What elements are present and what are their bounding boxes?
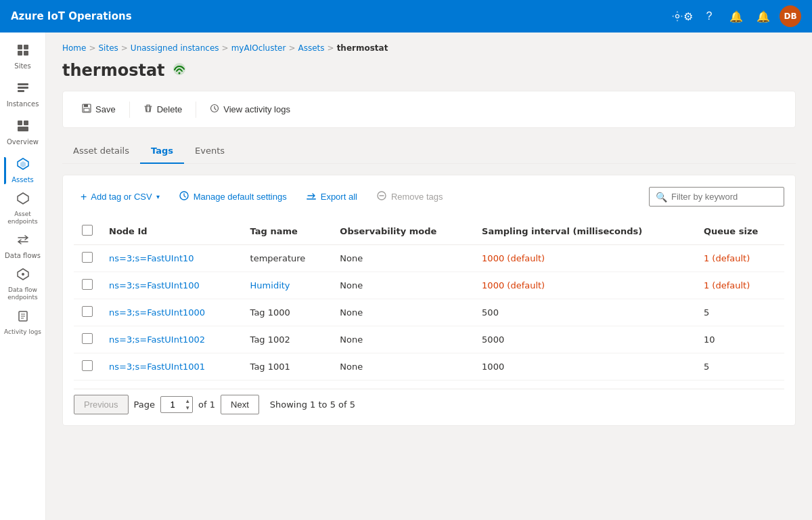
asset-endpoints-icon (16, 192, 30, 208)
row-observability-mode: None (332, 245, 474, 272)
svg-rect-4 (18, 83, 28, 85)
assets-icon (16, 157, 30, 173)
sidebar-item-sites-label: Sites (14, 62, 30, 70)
svg-rect-3 (24, 51, 28, 56)
select-all-checkbox[interactable] (82, 225, 93, 236)
row-checkbox-2[interactable] (82, 306, 93, 317)
remove-tags-button[interactable]: Remove tags (369, 186, 450, 207)
node-id-link[interactable]: ns=3;s=FastUInt1001 (109, 362, 205, 372)
row-tag-name: temperature (242, 245, 332, 272)
row-checkbox-cell (74, 299, 101, 326)
notifications-button[interactable]: 🔔 (725, 5, 747, 27)
sidebar-item-data-flow-endpoints[interactable]: Data flow endpoints (4, 265, 42, 303)
add-tag-button[interactable]: + Add tag or CSV ▾ (74, 187, 166, 207)
breadcrumb-unassigned-instances[interactable]: Unassigned instances (131, 43, 219, 53)
activity-logs-btn-icon (210, 104, 219, 115)
row-checkbox-3[interactable] (82, 333, 93, 344)
breadcrumb-current: thermostat (337, 43, 388, 53)
node-id-link[interactable]: ns=3;s=FastUInt1002 (109, 334, 205, 345)
tab-tags[interactable]: Tags (140, 139, 184, 164)
delete-button[interactable]: Delete (135, 100, 191, 119)
sidebar-item-data-flows[interactable]: Data flows (4, 228, 42, 265)
table-row: ns=3;s=FastUInt100 Humidity None 1000 (d… (74, 272, 784, 299)
view-activity-logs-button[interactable]: View activity logs (202, 100, 298, 119)
breadcrumb-home[interactable]: Home (62, 43, 86, 53)
sites-icon (16, 43, 30, 60)
help-button[interactable]: ? (698, 5, 720, 27)
row-sampling-interval: 500 (474, 299, 696, 326)
col-node-id: Node Id (101, 218, 242, 245)
row-queue-size: 5 (696, 299, 784, 326)
table-row: ns=3;s=FastUInt10 temperature None 1000 … (74, 245, 784, 272)
svg-rect-2 (18, 51, 22, 56)
tabs: Asset details Tags Events (62, 139, 796, 164)
user-avatar[interactable]: DB (780, 5, 801, 27)
table-row: ns=3;s=FastUInt1000 Tag 1000 None 500 5 (74, 299, 784, 326)
manage-settings-icon (179, 190, 189, 203)
data-table: Node Id Tag name Observability mode Samp… (74, 218, 784, 381)
main-layout: Sites Instances Overview (0, 32, 812, 520)
svg-rect-6 (18, 90, 24, 92)
sidebar-item-overview[interactable]: Overview (4, 114, 42, 152)
page-label: Page (134, 399, 155, 410)
row-observability-mode: None (332, 299, 474, 326)
svg-point-14 (22, 273, 24, 276)
chevron-down-icon: ▾ (156, 193, 160, 200)
tab-events[interactable]: Events (184, 139, 235, 164)
col-sampling-interval: Sampling interval (milliseconds) (474, 218, 696, 245)
sidebar-item-sites[interactable]: Sites (4, 38, 42, 76)
row-queue-size: 5 (696, 353, 784, 381)
tag-name-link[interactable]: Humidity (250, 280, 290, 290)
col-observability-mode: Observability mode (332, 218, 474, 245)
sidebar-item-activity-logs-label: Activity logs (4, 328, 41, 336)
page-title-row: thermostat (62, 61, 796, 80)
toolbar-card: Save Delete View activi (62, 91, 796, 128)
toolbar-divider-2 (196, 102, 196, 118)
row-node-id: ns=3;s=FastUInt100 (101, 272, 242, 299)
page-title: thermostat (62, 61, 165, 80)
settings-button[interactable]: ⚙ (671, 5, 693, 27)
tag-name-value: Tag 1002 (250, 334, 290, 345)
node-id-link[interactable]: ns=3;s=FastUInt10 (109, 253, 194, 263)
row-checkbox-4[interactable] (82, 360, 93, 371)
row-tag-name: Tag 1001 (242, 353, 332, 381)
node-id-link[interactable]: ns=3;s=FastUInt1000 (109, 307, 205, 318)
row-sampling-interval: 5000 (474, 326, 696, 353)
tag-name-value: temperature (250, 253, 306, 263)
sidebar-item-asset-endpoints-label: Asset endpoints (4, 211, 42, 225)
row-sampling-interval: 1000 (default) (474, 272, 696, 299)
export-all-button[interactable]: Export all (299, 186, 364, 207)
svg-point-20 (178, 72, 180, 74)
breadcrumb: Home > Sites > Unassigned instances > my… (62, 43, 796, 53)
filter-input[interactable] (649, 187, 784, 207)
add-icon: + (81, 191, 87, 203)
row-queue-size: 10 (696, 326, 784, 353)
page-decrement-button[interactable]: ▼ (183, 405, 191, 412)
page-increment-button[interactable]: ▲ (183, 398, 191, 405)
alerts-button[interactable]: 🔔 (752, 5, 774, 27)
breadcrumb-sites[interactable]: Sites (99, 43, 118, 53)
save-icon (82, 104, 91, 115)
row-node-id: ns=3;s=FastUInt1001 (101, 353, 242, 381)
node-id-link[interactable]: ns=3;s=FastUInt100 (109, 280, 200, 290)
data-flows-icon (16, 233, 30, 249)
row-node-id: ns=3;s=FastUInt10 (101, 245, 242, 272)
svg-rect-8 (24, 121, 28, 125)
previous-button[interactable]: Previous (74, 395, 129, 414)
save-button[interactable]: Save (74, 100, 124, 119)
tag-name-value: Tag 1001 (250, 362, 290, 372)
tab-asset-details[interactable]: Asset details (62, 139, 140, 164)
manage-settings-button[interactable]: Manage default settings (172, 186, 294, 207)
sidebar-item-overview-label: Overview (7, 138, 39, 146)
next-button[interactable]: Next (221, 395, 259, 414)
sidebar-item-asset-endpoints[interactable]: Asset endpoints (4, 190, 42, 228)
sidebar-item-instances[interactable]: Instances (4, 76, 42, 114)
row-observability-mode: None (332, 326, 474, 353)
row-checkbox-0[interactable] (82, 252, 93, 263)
breadcrumb-assets[interactable]: Assets (298, 43, 325, 53)
row-checkbox-1[interactable] (82, 279, 93, 290)
sidebar-item-activity-logs[interactable]: Activity logs (4, 303, 42, 341)
select-all-header (74, 218, 101, 245)
breadcrumb-cluster[interactable]: myAIOcluster (231, 43, 286, 53)
sidebar-item-assets[interactable]: Assets (4, 152, 42, 190)
